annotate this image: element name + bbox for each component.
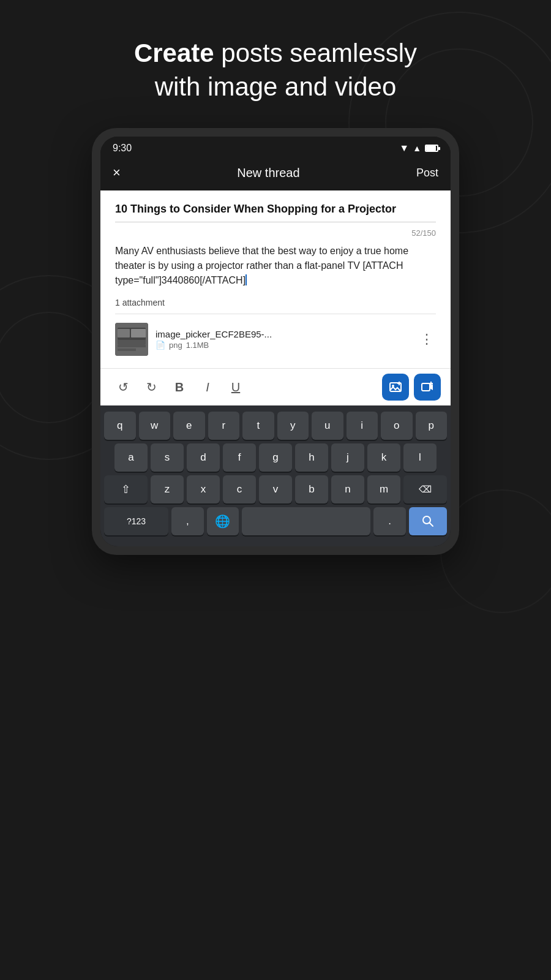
keyboard: q w e r t y u i o p a s d f g h j k (100, 405, 451, 546)
thread-title-field[interactable]: 10 Things to Consider When Shopping for … (115, 203, 436, 222)
key-f[interactable]: f (223, 443, 256, 472)
attachment-item: image_picker_ECF2BE95-... 📄 png 1.1MB ⋮ (115, 320, 436, 358)
undo-button[interactable]: ↺ (110, 374, 136, 400)
svg-rect-10 (118, 345, 146, 347)
insert-video-button[interactable] (414, 374, 441, 401)
hero-normal: posts seamlessly (214, 39, 417, 67)
app-header: × New thread Post (100, 157, 451, 190)
svg-rect-9 (131, 329, 146, 337)
key-numbers[interactable]: ?123 (104, 507, 168, 535)
keyboard-row-1: q w e r t y u i o p (104, 412, 447, 440)
key-n[interactable]: n (331, 475, 364, 503)
thumb-preview (115, 323, 148, 356)
key-j[interactable]: j (331, 443, 364, 472)
status-time: 9:30 (113, 143, 132, 154)
status-bar: 9:30 ▼ ▲ (100, 137, 451, 157)
attachment-type: png (169, 341, 182, 350)
phone-mockup: 9:30 ▼ ▲ × New thread Post 10 Things to … (92, 128, 459, 555)
key-o[interactable]: o (381, 412, 413, 440)
hero-bold: Create (134, 39, 214, 67)
attachment-info: image_picker_ECF2BE95-... 📄 png 1.1MB (156, 329, 410, 350)
phone-inner: 9:30 ▼ ▲ × New thread Post 10 Things to … (100, 137, 451, 546)
key-p[interactable]: p (416, 412, 448, 440)
hero-line2: with image and video (155, 72, 397, 101)
battery-icon (425, 145, 438, 152)
svg-point-3 (0, 312, 104, 423)
close-button[interactable]: × (113, 165, 121, 181)
key-q[interactable]: q (104, 412, 136, 440)
key-space[interactable] (242, 507, 370, 535)
attachment-thumbnail (115, 323, 148, 356)
key-k[interactable]: k (367, 443, 400, 472)
key-i[interactable]: i (347, 412, 378, 440)
key-shift[interactable]: ⇧ (104, 475, 148, 503)
svg-rect-11 (118, 349, 136, 351)
key-h[interactable]: h (295, 443, 328, 472)
key-backspace[interactable]: ⌫ (403, 475, 447, 503)
hero-heading: Create posts seamlessly with image and v… (134, 37, 417, 104)
key-t[interactable]: t (242, 412, 274, 440)
key-search[interactable] (409, 507, 447, 535)
key-x[interactable]: x (187, 475, 220, 503)
italic-button[interactable]: I (195, 374, 220, 400)
key-u[interactable]: u (312, 412, 343, 440)
keyboard-row-4: ?123 , 🌐 . (104, 507, 447, 535)
body-text-field[interactable]: Many AV enthusiasts believe that the bes… (115, 244, 436, 288)
key-z[interactable]: z (151, 475, 184, 503)
key-s[interactable]: s (151, 443, 184, 472)
key-a[interactable]: a (114, 443, 148, 472)
wifi-icon: ▼ (399, 143, 409, 154)
attachment-label: 1 attachment (115, 298, 436, 314)
key-globe[interactable]: 🌐 (207, 507, 239, 535)
key-e[interactable]: e (173, 412, 205, 440)
attachment-more-button[interactable]: ⋮ (418, 329, 436, 350)
key-m[interactable]: m (367, 475, 400, 503)
body-content: Many AV enthusiasts believe that the bes… (115, 246, 408, 285)
signal-icon: ▲ (413, 143, 421, 153)
keyboard-row-2: a s d f g h j k l (104, 443, 447, 472)
svg-line-20 (430, 523, 433, 527)
key-period[interactable]: . (373, 507, 406, 535)
content-area: 10 Things to Consider When Shopping for … (100, 190, 451, 368)
key-r[interactable]: r (208, 412, 240, 440)
thread-title-text: 10 Things to Consider When Shopping for … (115, 203, 396, 215)
attachment-filename: image_picker_ECF2BE95-... (156, 329, 410, 339)
underline-button[interactable]: U (223, 374, 249, 400)
keyboard-row-3: ⇧ z x c v b n m ⌫ (104, 475, 447, 503)
key-w[interactable]: w (139, 412, 171, 440)
insert-image-button[interactable] (382, 374, 409, 401)
svg-rect-16 (422, 383, 430, 391)
shift-icon: ⇧ (121, 483, 130, 496)
post-button[interactable]: Post (416, 167, 438, 179)
key-y[interactable]: y (277, 412, 309, 440)
key-c[interactable]: c (223, 475, 256, 503)
attachment-size: 1.1MB (186, 341, 209, 350)
text-cursor (246, 274, 247, 285)
svg-rect-8 (118, 329, 130, 337)
editor-toolbar: ↺ ↻ B I U (100, 368, 451, 405)
key-d[interactable]: d (187, 443, 220, 472)
key-b[interactable]: b (295, 475, 328, 503)
status-icons: ▼ ▲ (399, 143, 438, 154)
backspace-icon: ⌫ (419, 484, 432, 495)
key-comma[interactable]: , (171, 507, 204, 535)
key-v[interactable]: v (259, 475, 292, 503)
file-icon: 📄 (156, 341, 165, 350)
redo-button[interactable]: ↻ (138, 374, 164, 400)
bold-button[interactable]: B (167, 374, 192, 400)
attachment-meta: 📄 png 1.1MB (156, 341, 410, 350)
app-header-title: New thread (237, 166, 299, 180)
key-l[interactable]: l (403, 443, 437, 472)
char-count: 52/150 (115, 228, 436, 238)
key-g[interactable]: g (259, 443, 292, 472)
